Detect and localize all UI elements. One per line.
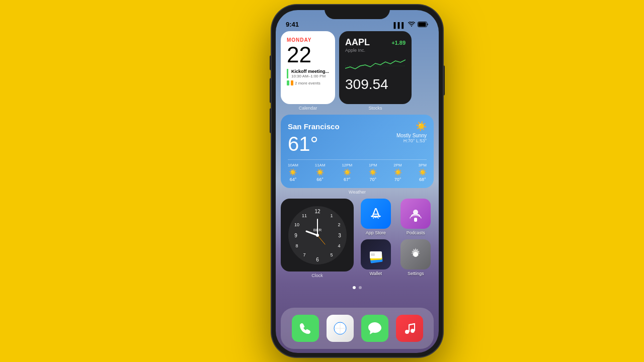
- stocks-change: +1.89: [391, 40, 406, 46]
- stocks-widget[interactable]: AAPL +1.89 Apple Inc. 309.54: [339, 31, 412, 111]
- status-time: 9:41: [286, 21, 299, 28]
- svg-text:8: 8: [295, 243, 298, 248]
- cal-dot-2: [291, 80, 293, 85]
- weather-condition: Mostly Sunny: [396, 133, 427, 138]
- svg-text:11: 11: [301, 213, 306, 218]
- cal-more-text: 2 more events: [295, 81, 320, 85]
- dock-music-icon[interactable]: [396, 315, 423, 342]
- stocks-company: Apple Inc.: [345, 48, 406, 53]
- cal-dot-1: [287, 80, 289, 85]
- svg-text:5: 5: [330, 252, 333, 257]
- settings-icon: [400, 239, 431, 269]
- appstore-icon-wrap[interactable]: A App Store: [358, 199, 394, 235]
- notch: [325, 5, 390, 19]
- cal-event-title: Kickoff meeting...: [291, 69, 329, 74]
- app-icons-grid: A App Store: [358, 199, 434, 276]
- svg-point-21: [316, 234, 319, 237]
- wallet-icon-wrap[interactable]: Wallet: [358, 239, 394, 276]
- wifi-icon: [408, 22, 415, 28]
- clock-widget-label: Clock: [281, 273, 354, 278]
- weather-sun-icon: ☀️: [416, 121, 427, 132]
- podcasts-label: Podcasts: [407, 230, 425, 235]
- svg-rect-28: [371, 253, 375, 256]
- weather-hourly: 10AM ☀️ 64° 11AM ☀️ 66° 12PM: [288, 159, 427, 182]
- dock-messages-icon[interactable]: [361, 315, 388, 342]
- phone-wrapper: 9:41 ▌▌▌: [272, 5, 443, 357]
- signal-icon: ▌▌▌: [394, 22, 406, 28]
- weather-hi-lo: H:70° L:53°: [396, 138, 427, 143]
- svg-point-37: [411, 329, 415, 333]
- stocks-chart: [345, 56, 406, 73]
- weather-city: San Francisco: [288, 122, 340, 131]
- wallet-label: Wallet: [369, 271, 382, 276]
- stocks-ticker: AAPL: [345, 37, 370, 48]
- weather-right: Mostly Sunny H:70° L:53°: [396, 133, 427, 143]
- wallet-icon: [361, 239, 391, 269]
- svg-rect-2: [419, 23, 426, 27]
- weather-hour-5: 2PM ☀️ 70°: [393, 163, 401, 182]
- settings-icon-wrap[interactable]: Settings: [398, 239, 434, 276]
- dock: [281, 308, 434, 349]
- svg-line-38: [409, 324, 415, 325]
- widgets-area: MONDAY 22 Kickoff meeting... 10:30 AM–1:…: [281, 31, 434, 289]
- stocks-price: 309.54: [345, 76, 406, 93]
- svg-text:12: 12: [314, 209, 320, 214]
- settings-label: Settings: [408, 271, 424, 276]
- calendar-widget[interactable]: MONDAY 22 Kickoff meeting... 10:30 AM–1:…: [281, 31, 335, 111]
- status-icons: ▌▌▌: [394, 22, 429, 28]
- svg-text:3: 3: [338, 233, 341, 238]
- dock-phone-icon[interactable]: [292, 315, 319, 342]
- clock-widget[interactable]: 12 3 6 9 1 2 4 5 7 8 10: [281, 199, 354, 278]
- podcasts-icon-wrap[interactable]: Podcasts: [398, 199, 434, 235]
- appstore-icon: A: [361, 199, 391, 229]
- weather-temp: 61°: [288, 133, 318, 155]
- svg-text:10: 10: [294, 222, 299, 227]
- stocks-widget-label: Stocks: [339, 106, 412, 111]
- weather-hour-3: 12PM ☀️ 67°: [342, 163, 352, 182]
- clock-face-svg: 12 3 6 9 1 2 4 5 7 8 10: [287, 205, 348, 265]
- weather-hour-2: 11AM ☀️ 66°: [315, 163, 326, 182]
- svg-text:4: 4: [338, 243, 340, 248]
- cal-event: Kickoff meeting... 10:30 AM–1:00 PM: [287, 69, 329, 78]
- cal-date: 22: [287, 44, 329, 66]
- phone-screen: 9:41 ▌▌▌: [276, 10, 439, 353]
- svg-text:6: 6: [316, 257, 319, 262]
- weather-widget[interactable]: San Francisco ☀️ 61° Mostly Sunny H:70° …: [281, 115, 434, 195]
- dock-safari-icon[interactable]: [327, 315, 354, 342]
- weather-top-row: 61° Mostly Sunny H:70° L:53°: [288, 133, 427, 155]
- weather-hour-4: 1PM ☀️ 70°: [369, 163, 377, 182]
- cal-more: 2 more events: [287, 80, 329, 85]
- page-dots: [281, 286, 434, 289]
- appstore-label: App Store: [366, 230, 386, 235]
- battery-icon: [418, 22, 429, 28]
- weather-hour-6: 3PM ☀️ 68°: [419, 163, 427, 182]
- svg-rect-24: [414, 218, 417, 222]
- podcasts-icon: [400, 199, 431, 229]
- svg-text:7: 7: [303, 252, 305, 257]
- svg-point-0: [411, 26, 412, 27]
- calendar-widget-label: Calendar: [281, 106, 335, 111]
- phone-frame: 9:41 ▌▌▌: [272, 5, 443, 357]
- svg-text:9: 9: [294, 233, 297, 238]
- weather-hour-1: 10AM ☀️ 64°: [288, 163, 298, 182]
- svg-text:1: 1: [330, 213, 333, 218]
- top-widgets-row: MONDAY 22 Kickoff meeting... 10:30 AM–1:…: [281, 31, 434, 111]
- apps-row: 12 3 6 9 1 2 4 5 7 8 10: [281, 199, 434, 278]
- page-dot-1: [353, 286, 356, 289]
- power-button: [443, 65, 445, 96]
- svg-text:2: 2: [338, 222, 340, 227]
- svg-point-36: [405, 330, 409, 334]
- weather-widget-label: Weather: [281, 190, 434, 195]
- page-dot-2: [359, 286, 362, 289]
- cal-event-time: 10:30 AM–1:00 PM: [291, 74, 329, 78]
